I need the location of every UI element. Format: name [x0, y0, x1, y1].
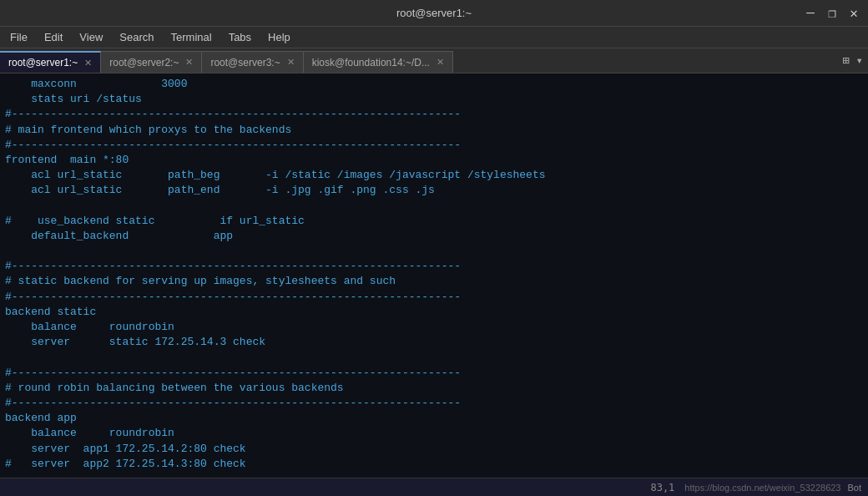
menu-bar: File Edit View Search Terminal Tabs Help	[0, 27, 868, 48]
line-22: #---------------------------------------…	[5, 397, 461, 409]
line-26: # server app2 172.25.14.3:80 check	[5, 458, 246, 470]
tab-foundation14[interactable]: kiosk@foundation14:~/D... ✕	[304, 51, 453, 73]
tab-close-server2[interactable]: ✕	[185, 57, 193, 68]
maximize-button[interactable]: ❐	[825, 5, 840, 22]
line-14: # static backend for serving up images, …	[5, 275, 396, 287]
line-15: #---------------------------------------…	[5, 291, 461, 303]
status-bar: 83,1 https://blog.csdn.net/weixin_532286…	[0, 478, 868, 496]
menu-edit[interactable]: Edit	[38, 29, 69, 45]
window-title: root@server1:~	[396, 7, 472, 19]
tab-label-foundation14: kiosk@foundation14:~/D...	[312, 57, 430, 68]
terminal-content[interactable]: maxconn 3000 stats uri /status #--------…	[0, 73, 868, 478]
tab-close-server3[interactable]: ✕	[287, 57, 295, 68]
menu-search[interactable]: Search	[113, 29, 160, 45]
line-16: backend static	[5, 306, 96, 318]
tab-close-server1[interactable]: ✕	[84, 58, 92, 68]
menu-file[interactable]: File	[3, 29, 34, 45]
line-13: #---------------------------------------…	[5, 260, 461, 272]
line-21: # round robin balancing between the vari…	[5, 382, 344, 394]
new-tab-icon[interactable]: ⊞	[840, 52, 850, 69]
window-controls: — ❐ ✕	[803, 5, 861, 22]
line-5: #---------------------------------------…	[5, 139, 461, 151]
watermark-url: https://blog.csdn.net/weixin_53228623	[684, 483, 840, 493]
tab-bar-actions: ⊞ ▾	[840, 52, 865, 69]
menu-terminal[interactable]: Terminal	[164, 29, 219, 45]
line-3: #---------------------------------------…	[5, 108, 461, 120]
tab-server3[interactable]: root@server3:~ ✕	[202, 51, 303, 73]
line-4: # main frontend which proxys to the back…	[5, 124, 291, 136]
line-11: default_backend app	[5, 230, 233, 242]
line-1: maxconn 3000	[5, 78, 187, 90]
close-button[interactable]: ✕	[846, 5, 861, 22]
line-2: stats uri /status	[5, 93, 142, 105]
line-18: server static 172.25.14.3 check	[5, 336, 265, 348]
line-24: balance roundrobin	[5, 427, 174, 439]
minimize-button[interactable]: —	[803, 6, 818, 21]
mode-indicator: Bot	[847, 483, 861, 493]
line-6: frontend main *:80	[5, 154, 129, 166]
line-25: server app1 172.25.14.2:80 check	[5, 443, 246, 455]
line-20: #---------------------------------------…	[5, 367, 461, 379]
menu-tabs[interactable]: Tabs	[222, 29, 258, 45]
tab-label-server2: root@server2:~	[109, 57, 179, 68]
menu-view[interactable]: View	[73, 29, 109, 45]
line-23: backend app	[5, 412, 77, 424]
tab-server1[interactable]: root@server1:~ ✕	[0, 51, 101, 73]
line-7: acl url_static path_beg -i /static /imag…	[5, 169, 546, 181]
line-8: acl url_static path_end -i .jpg .gif .pn…	[5, 184, 435, 196]
cursor-position: 83,1	[650, 482, 674, 493]
terminal-output: maxconn 3000 stats uri /status #--------…	[5, 77, 863, 472]
line-17: balance roundrobin	[5, 321, 174, 333]
line-10: # use_backend static if url_static	[5, 215, 305, 227]
tab-label-server1: root@server1:~	[8, 57, 78, 68]
tab-bar: root@server1:~ ✕ root@server2:~ ✕ root@s…	[0, 48, 868, 73]
title-bar: root@server1:~ — ❐ ✕	[0, 0, 868, 27]
tab-dropdown-icon[interactable]: ▾	[855, 52, 865, 69]
tab-close-foundation14[interactable]: ✕	[437, 57, 444, 68]
tab-server2[interactable]: root@server2:~ ✕	[101, 51, 202, 73]
menu-help[interactable]: Help	[261, 29, 297, 45]
tab-label-server3: root@server3:~	[210, 57, 280, 68]
